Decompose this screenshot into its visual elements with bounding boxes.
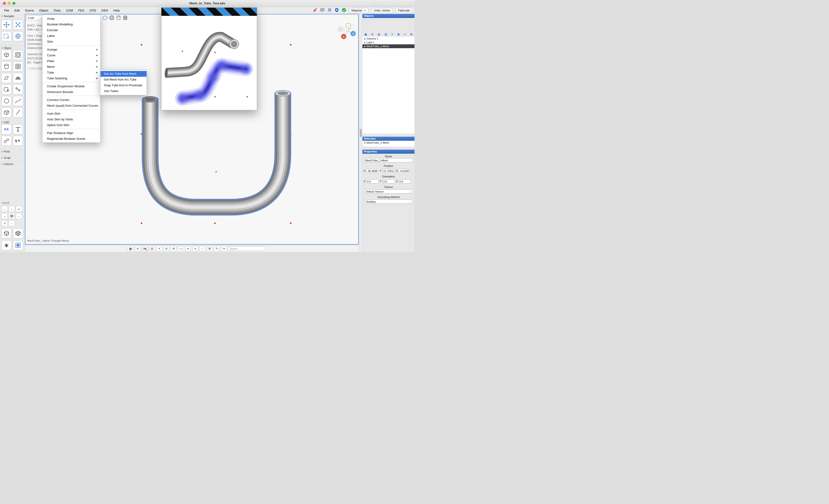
shield-icon[interactable] bbox=[334, 8, 339, 13]
effects-tool-button[interactable]: ※ bbox=[171, 246, 177, 251]
draw-tool-button[interactable]: ✎ bbox=[214, 246, 220, 251]
material-button[interactable]: Material: --- bbox=[349, 8, 369, 13]
move-tool-button[interactable] bbox=[1, 20, 11, 30]
section-script[interactable]: ▸Script bbox=[0, 155, 25, 159]
menu-item-array[interactable]: Array bbox=[42, 15, 100, 21]
menu-object[interactable]: Object bbox=[36, 7, 51, 14]
pan-up-button[interactable]: ↑ bbox=[9, 220, 15, 226]
halftone-tool-button[interactable]: ▦ bbox=[128, 246, 133, 251]
ik-curve-tool-button[interactable]: ∿ bbox=[192, 246, 198, 251]
tree-row-camera[interactable]: ◉Camera 1 bbox=[362, 37, 414, 41]
link-circles-tool-button[interactable] bbox=[1, 136, 11, 146]
axis-move-tool-button[interactable] bbox=[13, 20, 23, 30]
submenu-item-snap-tube-end-to-proximate[interactable]: Snap Tube End to Proximate bbox=[101, 82, 147, 88]
pin-tool-button[interactable] bbox=[13, 107, 23, 117]
name-field[interactable] bbox=[364, 158, 412, 162]
sphere-tool-button[interactable] bbox=[13, 50, 23, 60]
fabricate-button[interactable]: Fabricate bbox=[395, 8, 412, 13]
cylinder-outline-button[interactable] bbox=[116, 15, 121, 21]
section-parts[interactable]: ▸Parts bbox=[0, 149, 25, 153]
sphere-shape-button[interactable] bbox=[109, 15, 115, 21]
ellipse-shape-button[interactable] bbox=[102, 15, 108, 21]
menu-item-pair-distance-align[interactable]: Pair Distance Align bbox=[42, 130, 100, 136]
measure-tool-button[interactable]: ≍ bbox=[185, 246, 191, 251]
menu-item-mesh-quad-from-connected-curves[interactable]: Mesh (quad) from Connected Curves bbox=[42, 103, 100, 108]
menu-item-tube[interactable]: Tube▶ bbox=[42, 70, 100, 75]
menu-item-boolean-modelling[interactable]: Boolean Modelling bbox=[42, 21, 100, 27]
cut-tool-button[interactable]: ✂ bbox=[221, 246, 227, 251]
visibility-icon[interactable]: ◉ bbox=[397, 33, 400, 36]
check-circle-icon[interactable] bbox=[341, 8, 347, 13]
pan-upright-button[interactable]: ↗ bbox=[1, 220, 8, 226]
cylinder-tool-button[interactable] bbox=[1, 62, 11, 72]
orbit-tool-button[interactable] bbox=[13, 31, 23, 41]
panel-resize-handle[interactable]: ⋯ bbox=[362, 134, 414, 137]
menu-item-spline-grid-skin[interactable]: Spline Grid Skin bbox=[42, 122, 100, 128]
grid-tool-button[interactable]: ⊞ bbox=[207, 246, 213, 251]
circle-tool-button[interactable] bbox=[1, 96, 11, 106]
position-x-field[interactable] bbox=[366, 169, 379, 173]
menu-fea[interactable]: FEA bbox=[76, 7, 87, 14]
delete-icon[interactable]: ⊠ bbox=[410, 33, 412, 36]
orientation-y-field[interactable] bbox=[382, 179, 395, 184]
menu-item-connect-curves[interactable]: Connect Curves bbox=[42, 97, 100, 103]
units-button[interactable]: Units: inches bbox=[371, 8, 393, 13]
layers-icon[interactable] bbox=[327, 8, 332, 13]
texture-dropdown[interactable]: Default Texture ⌄ bbox=[364, 189, 412, 193]
canvas-scrollbar[interactable] bbox=[359, 14, 362, 252]
preview-window[interactable] bbox=[161, 7, 257, 110]
node-pick-tool-button[interactable] bbox=[13, 84, 23, 94]
smoothing-dropdown[interactable]: Shading ⌄ bbox=[364, 199, 412, 203]
pan-left-button[interactable]: ← bbox=[1, 206, 8, 212]
round-select-tool-button[interactable] bbox=[1, 84, 11, 94]
cylinder-solid-button[interactable] bbox=[122, 15, 128, 21]
xx-tool-button[interactable]: XX bbox=[1, 124, 11, 134]
tree-row-light[interactable]: ◉Light 1 bbox=[362, 41, 414, 44]
flatten-icon[interactable]: ▥ bbox=[385, 33, 387, 36]
curve-tool-button[interactable] bbox=[13, 96, 23, 106]
menu-gen[interactable]: GEN bbox=[99, 7, 111, 14]
shading-tool-button[interactable]: Sh bbox=[142, 246, 148, 251]
search-input[interactable] bbox=[228, 246, 266, 251]
plane-tool-button[interactable] bbox=[1, 73, 11, 83]
wire-cube-button[interactable] bbox=[1, 228, 11, 238]
group-tool-button[interactable]: G bbox=[164, 246, 169, 251]
tsquare-tool-button[interactable] bbox=[13, 124, 23, 134]
hazard-stripe-header[interactable] bbox=[161, 8, 257, 16]
cube-tool-button[interactable] bbox=[1, 50, 11, 60]
orientation-x-field[interactable] bbox=[366, 179, 379, 184]
pan-down-button[interactable]: ↓ bbox=[9, 206, 15, 212]
menu-item-arange[interactable]: Arange▶ bbox=[42, 46, 100, 52]
asterisk-tool-button[interactable]: ∗ bbox=[1, 240, 11, 250]
chat-icon[interactable] bbox=[320, 8, 325, 13]
duplicate-icon[interactable]: ⧉ bbox=[371, 33, 373, 36]
menu-cfd[interactable]: CFD bbox=[87, 7, 99, 14]
link-icon[interactable]: ∞ bbox=[404, 33, 406, 36]
add-node-tool-button[interactable]: + bbox=[156, 246, 162, 251]
palette-tool-button[interactable]: ▨ bbox=[149, 246, 155, 251]
blue-grid-tool-button[interactable] bbox=[13, 240, 23, 250]
list-icon[interactable]: ≡ bbox=[391, 33, 393, 36]
submenu-item-get-mesh-from-arc-tube[interactable]: Get Mesh from Arc Tube bbox=[101, 77, 147, 82]
layers-icon[interactable]: ▤ bbox=[377, 33, 380, 36]
vertex-color-tool-button[interactable]: ∷ bbox=[200, 246, 205, 251]
five-cursor-tool-button[interactable]: 5 bbox=[13, 136, 23, 146]
menu-file[interactable]: File bbox=[1, 7, 12, 14]
collapse-tool-button[interactable]: ✕ bbox=[135, 246, 141, 251]
menu-edit[interactable]: Edit bbox=[12, 7, 22, 14]
tree-row-meshtube[interactable]: ◉MeshTube_1-Mesh bbox=[362, 44, 414, 48]
pan-downleft-button[interactable]: ↙ bbox=[16, 206, 22, 212]
menu-help[interactable]: Help bbox=[111, 7, 122, 14]
rocket-icon[interactable] bbox=[313, 8, 318, 13]
scrollbar-thumb[interactable] bbox=[360, 129, 362, 137]
position-y-field[interactable] bbox=[382, 169, 395, 173]
add-object-icon[interactable]: ▣ bbox=[364, 33, 367, 36]
selection-row-meshtube[interactable]: ◉MeshTube_1-Mesh bbox=[362, 141, 414, 145]
pan-right-button[interactable]: → bbox=[1, 213, 8, 219]
box3d-tool-button[interactable] bbox=[1, 107, 11, 117]
menu-item-auto-skin[interactable]: Auto Skin bbox=[42, 111, 100, 116]
menu-item-curve[interactable]: Curve▶ bbox=[42, 52, 100, 58]
marquee-select-tool-button[interactable] bbox=[1, 31, 11, 41]
menu-item-skin[interactable]: Skin bbox=[42, 39, 100, 44]
section-object[interactable]: ▾Object bbox=[0, 45, 25, 49]
